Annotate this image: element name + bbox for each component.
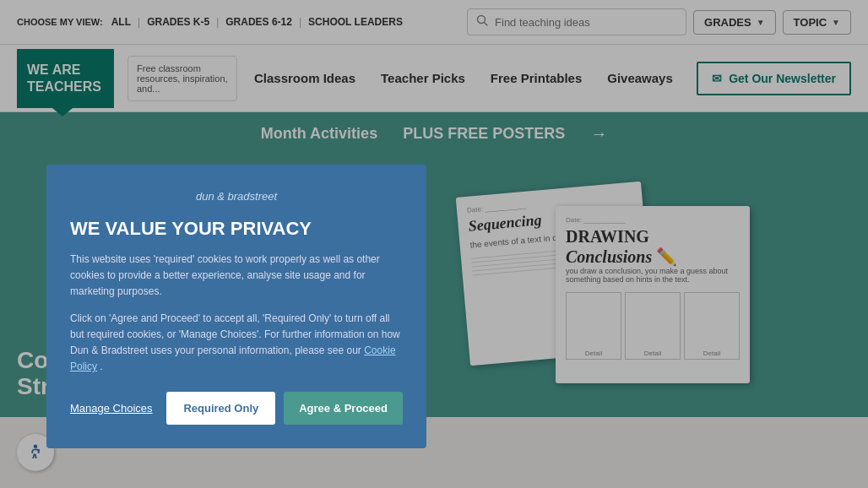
db-logo-text: dun & bradstreet <box>196 190 277 203</box>
agree-proceed-button[interactable]: Agree & Proceed <box>284 392 403 425</box>
modal-actions: Manage Choices Required Only Agree & Pro… <box>70 392 403 425</box>
privacy-title: WE VALUE YOUR PRIVACY <box>70 218 403 240</box>
privacy-body2: Click on 'Agree and Proceed' to accept a… <box>70 311 403 376</box>
privacy-body2-text: Click on 'Agree and Proceed' to accept a… <box>70 312 400 356</box>
manage-choices-link[interactable]: Manage Choices <box>70 402 153 415</box>
privacy-overlay: dun & bradstreet WE VALUE YOUR PRIVACY T… <box>0 0 868 488</box>
privacy-modal: dun & bradstreet WE VALUE YOUR PRIVACY T… <box>46 165 426 448</box>
period: . <box>100 361 102 372</box>
db-logo: dun & bradstreet <box>70 190 403 203</box>
privacy-body1: This website uses 'required' cookies to … <box>70 252 403 301</box>
required-only-button[interactable]: Required Only <box>166 392 275 425</box>
